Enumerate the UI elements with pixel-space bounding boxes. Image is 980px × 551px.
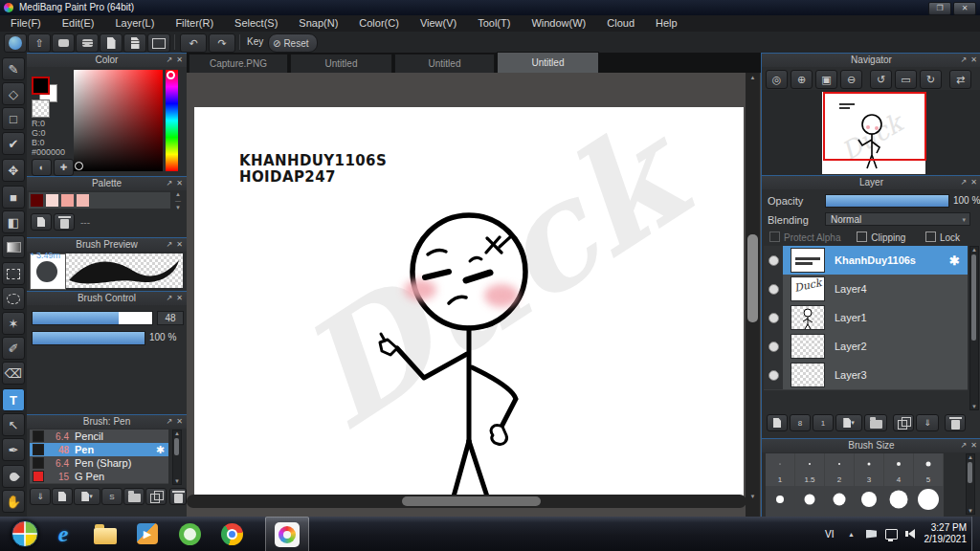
color-mode-button[interactable]: ◐ (32, 159, 52, 176)
brush-size-slider[interactable] (32, 311, 153, 325)
popout-icon[interactable]: ↗ (961, 176, 968, 189)
layer-visibility-dot[interactable] (768, 370, 779, 381)
select-eraser-tool[interactable]: ⌫ (2, 362, 25, 385)
brush-row-pen-sharp[interactable]: 6.4 Pen (Sharp) (30, 456, 168, 471)
tab-untitled-1[interactable]: Untitled (290, 54, 392, 73)
eyedropper-tool[interactable] (2, 465, 25, 488)
hand-tool[interactable]: ✋ (2, 490, 25, 513)
scroll-down-icon[interactable]: ▼ (746, 494, 760, 499)
clipping-checkbox[interactable]: Clipping (857, 231, 925, 243)
palette-swatch[interactable] (61, 194, 74, 207)
brush-size-cell[interactable]: 1 (766, 453, 795, 486)
new-brush-button[interactable] (52, 488, 73, 505)
delete-brush-button[interactable] (169, 488, 187, 505)
close-icon[interactable]: ✕ (176, 238, 183, 252)
layer-list-scrollbar[interactable]: ▲ ▼ (969, 246, 979, 410)
brush-row-pencil[interactable]: 6.4 Pencil (30, 430, 168, 444)
navigator-view[interactable]: Duck (762, 90, 980, 176)
new-1bit-layer-button[interactable]: 1 (813, 414, 834, 431)
brush-size-cell[interactable]: 4 (884, 453, 914, 486)
brush-opacity-slider[interactable] (32, 331, 145, 345)
fit-screen-button[interactable]: ▣ (815, 70, 837, 89)
layer-settings-gear-icon[interactable]: ✱ (949, 253, 960, 268)
flip-view-button[interactable]: ⇄ (949, 70, 971, 89)
menu-window[interactable]: Window(W) (521, 15, 596, 32)
add-layer-dropdown-button[interactable]: ▾ (835, 414, 862, 431)
new-layer-button[interactable] (767, 414, 788, 431)
shape-tool[interactable]: □ (2, 107, 25, 130)
layer-visibility-dot[interactable] (768, 313, 779, 323)
transparent-color-swatch[interactable] (32, 99, 50, 118)
layer-row[interactable]: Layer2 (764, 332, 968, 362)
close-icon[interactable]: ✕ (176, 177, 183, 190)
lasso-tool[interactable] (2, 287, 25, 310)
medibang-taskbar-button[interactable] (265, 517, 309, 551)
restore-button[interactable]: ❐ (928, 2, 951, 15)
gradient-tool[interactable] (2, 235, 25, 258)
tab-untitled-2[interactable]: Untitled (394, 54, 495, 73)
brush-folder-button[interactable] (123, 488, 145, 505)
popout-icon[interactable]: ↗ (167, 238, 173, 252)
canvas-horizontal-scrollbar[interactable] (187, 495, 746, 508)
brush-size-scroll-thumb[interactable] (968, 462, 972, 483)
select-pen-tool[interactable]: ✐ (2, 337, 25, 360)
coccoc-browser-button[interactable] (176, 520, 203, 547)
layer-scroll-thumb[interactable] (971, 254, 976, 341)
document-button[interactable] (100, 33, 122, 53)
protect-alpha-checkbox[interactable]: Protect Alpha (769, 231, 857, 243)
menu-select[interactable]: Select(S) (224, 15, 288, 32)
move-tool[interactable]: ✥ (2, 159, 25, 182)
close-icon[interactable]: ✕ (176, 54, 183, 67)
zoom-in-button[interactable]: ⊕ (791, 70, 813, 89)
document-list-button[interactable] (123, 33, 146, 53)
internet-explorer-button[interactable]: e (50, 520, 77, 547)
new-canvas-button[interactable] (147, 33, 170, 53)
palette-swatch[interactable] (31, 194, 43, 207)
brush-list-scrollbar[interactable]: ▲ ▼ (172, 430, 182, 485)
brush-size-cell[interactable]: 3 (855, 453, 884, 486)
menu-layer[interactable]: Layer(L) (104, 15, 165, 32)
file-explorer-button[interactable] (92, 520, 119, 547)
layer-row[interactable]: Duck Layer4 (764, 275, 968, 304)
brush-tool[interactable]: ✎ (2, 57, 25, 80)
language-indicator[interactable]: VI (825, 517, 834, 551)
palette-swatch[interactable] (77, 194, 89, 207)
duplicate-brush-button[interactable] (145, 488, 167, 505)
close-icon[interactable]: ✕ (970, 54, 977, 67)
navigator-view-frame[interactable] (823, 92, 926, 161)
layer-row-selected[interactable]: KhanhDuy1106s ✱ (764, 246, 968, 276)
magic-wand-tool[interactable]: ✶ (2, 312, 25, 335)
menu-color[interactable]: Color(C) (348, 15, 410, 32)
zoom-out-button[interactable]: ⊖ (840, 70, 862, 89)
canvas-viewport[interactable]: Duck KHANHDUY1106S HOIDAP247 (187, 73, 761, 517)
brush-script-button[interactable]: S (101, 488, 122, 505)
brush-size-cell[interactable] (795, 486, 825, 518)
rotate-right-button[interactable]: ↻ (920, 70, 942, 89)
brush-size-scrollbar[interactable]: ▲ ▼ (966, 453, 975, 515)
chrome-button[interactable] (218, 520, 245, 547)
brush-scroll-thumb[interactable] (174, 438, 179, 455)
menu-tool[interactable]: Tool(T) (467, 15, 521, 32)
add-palette-button[interactable]: ✚ (54, 159, 74, 176)
brush-size-value[interactable]: 48 (157, 311, 184, 325)
duplicate-layer-button[interactable] (893, 414, 914, 431)
reset-button[interactable]: ⊘ Reset (268, 33, 318, 53)
network-button[interactable] (885, 517, 898, 551)
menu-file[interactable]: File(F) (0, 15, 52, 32)
lock-checkbox[interactable]: Lock (925, 231, 975, 243)
new-palette-color-button[interactable] (31, 213, 52, 231)
zoom-reset-button[interactable]: ◎ (766, 70, 788, 89)
menu-filter[interactable]: Filter(R) (165, 15, 224, 32)
layer-folder-button[interactable] (864, 414, 887, 431)
operation-tool[interactable]: ↖ (2, 413, 25, 436)
show-desktop-button[interactable] (971, 517, 980, 551)
brush-row-pen-selected[interactable]: 48 Pen ✱ (30, 443, 168, 457)
new-brush-dropdown-button[interactable]: ▾ (74, 488, 100, 505)
delete-palette-color-button[interactable] (54, 213, 75, 231)
rotate-left-button[interactable]: ↺ (870, 70, 892, 89)
tab-capture-png[interactable]: Capture.PNG (189, 54, 288, 73)
sv-picker-handle[interactable] (75, 162, 83, 170)
volume-button[interactable] (905, 517, 915, 551)
fill-rect-tool[interactable]: ■ (2, 186, 25, 209)
layer-opacity-slider[interactable] (825, 194, 949, 208)
